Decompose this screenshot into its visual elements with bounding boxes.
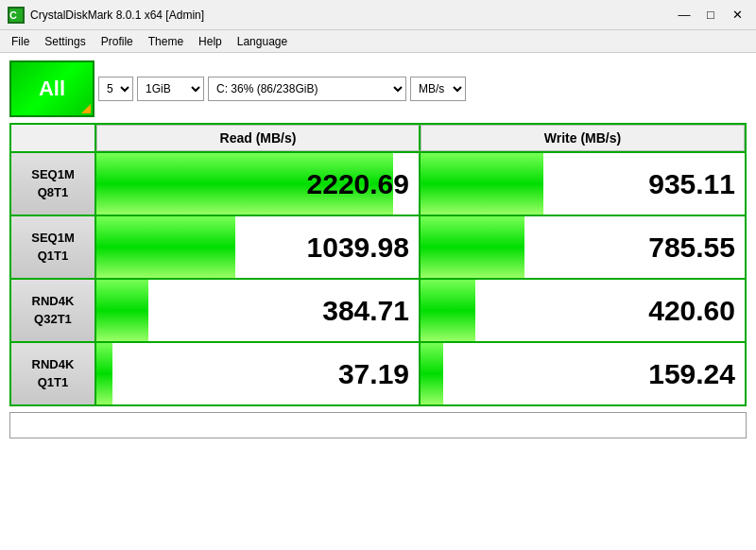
svg-text:C: C — [9, 9, 17, 21]
table-row: SEQ1MQ1T11039.98785.55 — [11, 216, 745, 280]
table-row: SEQ1MQ8T12220.69935.11 — [11, 153, 745, 216]
data-rows: SEQ1MQ8T12220.69935.11SEQ1MQ1T11039.9878… — [11, 153, 745, 404]
menu-bar: FileSettingsProfileThemeHelpLanguage — [0, 30, 756, 53]
row-label: SEQ1MQ8T1 — [11, 153, 96, 215]
window-title: CrystalDiskMark 8.0.1 x64 [Admin] — [30, 9, 204, 22]
drive-select[interactable]: C: 36% (86/238GiB) — [208, 77, 406, 101]
menu-item-file[interactable]: File — [4, 33, 37, 50]
row-read-value: 1039.98 — [96, 216, 421, 278]
title-bar: C CrystalDiskMark 8.0.1 x64 [Admin] — □ … — [0, 0, 756, 30]
header-label-spacer — [11, 125, 96, 151]
row-label: RND4KQ32T1 — [11, 280, 96, 341]
controls-row: All 5 1 3 9 1GiB 512MiB 256MiB 4GiB C: 3… — [9, 60, 747, 117]
row-write-value: 785.55 — [421, 216, 745, 278]
runs-select[interactable]: 5 1 3 9 — [98, 77, 133, 101]
row-read-value: 37.19 — [96, 343, 421, 404]
row-write-value: 935.11 — [421, 153, 745, 215]
benchmark-table: Read (MB/s) Write (MB/s) SEQ1MQ8T12220.6… — [9, 123, 747, 406]
all-button[interactable]: All — [9, 60, 94, 117]
status-bar — [9, 412, 747, 438]
menu-item-settings[interactable]: Settings — [37, 33, 93, 50]
table-row: RND4KQ1T137.19159.24 — [11, 343, 745, 404]
row-write-value: 159.24 — [421, 343, 745, 404]
row-label: RND4KQ1T1 — [11, 343, 96, 404]
header-write: Write (MB/s) — [421, 125, 745, 151]
header-row: Read (MB/s) Write (MB/s) — [11, 125, 745, 153]
minimize-button[interactable]: — — [673, 6, 696, 25]
size-select[interactable]: 1GiB 512MiB 256MiB 4GiB — [137, 77, 204, 101]
row-read-value: 2220.69 — [96, 153, 421, 215]
menu-item-theme[interactable]: Theme — [141, 33, 191, 50]
header-read: Read (MB/s) — [96, 125, 421, 151]
table-row: RND4KQ32T1384.71420.60 — [11, 280, 745, 343]
main-content: All 5 1 3 9 1GiB 512MiB 256MiB 4GiB C: 3… — [0, 53, 756, 550]
row-write-value: 420.60 — [421, 280, 745, 341]
menu-item-profile[interactable]: Profile — [94, 33, 141, 50]
title-bar-controls: — □ ✕ — [673, 6, 748, 25]
app-icon: C — [8, 7, 25, 24]
maximize-button[interactable]: □ — [699, 6, 722, 25]
close-button[interactable]: ✕ — [726, 6, 748, 25]
row-label: SEQ1MQ1T1 — [11, 216, 96, 278]
row-read-value: 384.71 — [96, 280, 421, 341]
unit-select[interactable]: MB/s GB/s IOPS — [410, 77, 466, 101]
title-bar-left: C CrystalDiskMark 8.0.1 x64 [Admin] — [8, 7, 204, 24]
menu-item-language[interactable]: Language — [230, 33, 295, 50]
menu-item-help[interactable]: Help — [191, 33, 230, 50]
